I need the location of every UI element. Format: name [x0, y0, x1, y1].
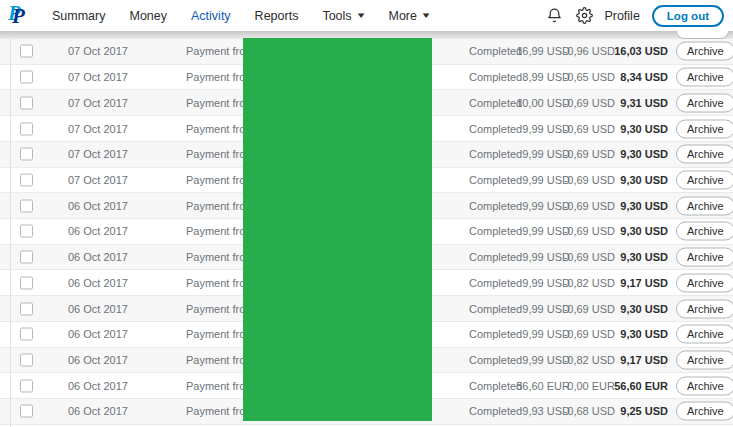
nav-item-summary[interactable]: Summary ▼ — [40, 3, 117, 29]
transaction-date: 06 Oct 2017 — [68, 380, 128, 392]
transaction-date: 06 Oct 2017 — [68, 200, 128, 212]
nav-item-money[interactable]: Money ▼ — [117, 3, 179, 29]
row-checkbox[interactable] — [20, 328, 33, 341]
row-checkbox[interactable] — [20, 199, 33, 212]
net-amount: 9,30 USD — [578, 174, 668, 186]
row-checkbox[interactable] — [20, 353, 33, 366]
net-amount: 9,30 USD — [578, 328, 668, 340]
archive-button[interactable]: Archive — [676, 42, 733, 61]
transaction-date: 06 Oct 2017 — [68, 328, 128, 340]
archive-button[interactable]: Archive — [676, 222, 733, 241]
transaction-date: 07 Oct 2017 — [68, 148, 128, 160]
net-amount: 9,25 USD — [578, 405, 668, 417]
net-amount: 9,30 USD — [578, 200, 668, 212]
net-amount: 16,03 USD — [578, 45, 668, 57]
top-nav-bar: P P Summary ▼ Money ▼ Activity ▼ Reports… — [0, 0, 733, 31]
row-checkbox[interactable] — [20, 302, 33, 315]
archive-button[interactable]: Archive — [676, 93, 733, 112]
row-checkbox[interactable] — [20, 276, 33, 289]
nav-item-reports[interactable]: Reports ▼ — [243, 3, 311, 29]
transaction-date: 07 Oct 2017 — [68, 97, 128, 109]
row-checkbox[interactable] — [20, 122, 33, 135]
profile-link[interactable]: Profile — [604, 9, 639, 23]
archive-button[interactable]: Archive — [676, 68, 733, 87]
nav-item-label: Tools — [322, 9, 351, 23]
nav-item-label: Summary — [52, 9, 105, 23]
row-checkbox[interactable] — [20, 225, 33, 238]
net-amount: 9,31 USD — [578, 97, 668, 109]
archive-button[interactable]: Archive — [676, 248, 733, 267]
transaction-date: 07 Oct 2017 — [68, 71, 128, 83]
row-checkbox[interactable] — [20, 251, 33, 264]
row-checkbox[interactable] — [20, 148, 33, 161]
bell-icon[interactable] — [544, 5, 565, 26]
archive-button[interactable]: Archive — [676, 170, 733, 189]
transaction-date: 06 Oct 2017 — [68, 225, 128, 237]
row-checkbox[interactable] — [20, 405, 33, 418]
archive-button[interactable]: Archive — [676, 196, 733, 215]
row-checkbox[interactable] — [20, 45, 33, 58]
net-amount: 9,30 USD — [578, 225, 668, 237]
net-amount: 8,34 USD — [578, 71, 668, 83]
nav-item-tools[interactable]: Tools ▼ — [310, 3, 376, 29]
chevron-down-icon: ▼ — [420, 11, 431, 20]
nav-item-more[interactable]: More ▼ — [377, 3, 442, 29]
net-amount: 9,17 USD — [578, 354, 668, 366]
archive-button[interactable]: Archive — [676, 145, 733, 164]
nav-item-label: Money — [129, 9, 167, 23]
archive-button[interactable]: Archive — [676, 402, 733, 421]
transaction-date: 06 Oct 2017 — [68, 354, 128, 366]
transaction-date: 06 Oct 2017 — [68, 251, 128, 263]
archive-button[interactable]: Archive — [676, 376, 733, 395]
row-checkbox[interactable] — [20, 71, 33, 84]
transaction-date: 07 Oct 2017 — [68, 45, 128, 57]
archive-button[interactable]: Archive — [676, 325, 733, 344]
transaction-date: 07 Oct 2017 — [68, 123, 128, 135]
net-amount: 9,30 USD — [578, 251, 668, 263]
logout-button[interactable]: Log out — [652, 5, 724, 27]
archive-button[interactable]: Archive — [676, 299, 733, 318]
chevron-down-icon: ▼ — [355, 11, 366, 20]
transaction-date: 06 Oct 2017 — [68, 277, 128, 289]
transaction-date: 06 Oct 2017 — [68, 303, 128, 315]
main-nav: Summary ▼ Money ▼ Activity ▼ Reports ▼ T… — [40, 3, 442, 29]
gear-icon[interactable] — [574, 5, 595, 26]
transaction-date: 07 Oct 2017 — [68, 174, 128, 186]
net-amount: 9,30 USD — [578, 123, 668, 135]
row-checkbox[interactable] — [20, 379, 33, 392]
paypal-logo-icon[interactable]: P P — [7, 3, 31, 29]
nav-item-label: Reports — [255, 9, 299, 23]
nav-item-label: More — [389, 9, 417, 23]
archive-button[interactable]: Archive — [676, 119, 733, 138]
archive-button[interactable]: Archive — [676, 350, 733, 369]
net-amount: 9,30 USD — [578, 303, 668, 315]
archive-button-partial[interactable] — [676, 31, 729, 39]
redaction-overlay — [243, 38, 432, 421]
nav-item-label: Activity — [191, 9, 231, 23]
nav-item-activity[interactable]: Activity ▼ — [179, 3, 243, 29]
net-amount: 56,60 EUR — [578, 380, 668, 392]
net-amount: 9,17 USD — [578, 277, 668, 289]
archive-button[interactable]: Archive — [676, 273, 733, 292]
transaction-date: 06 Oct 2017 — [68, 405, 128, 417]
net-amount: 9,30 USD — [578, 148, 668, 160]
row-checkbox[interactable] — [20, 173, 33, 186]
row-checkbox[interactable] — [20, 96, 33, 109]
table-left-border — [10, 39, 11, 427]
header-right: Profile Log out — [544, 5, 724, 27]
